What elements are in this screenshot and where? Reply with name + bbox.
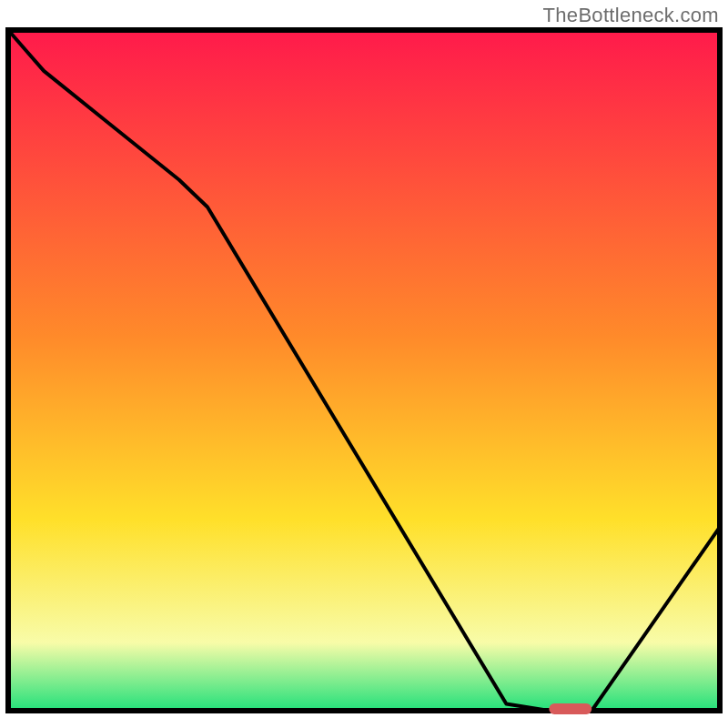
chart-svg: [0, 0, 728, 728]
plot-background: [8, 30, 720, 711]
optimal-marker: [549, 703, 592, 714]
bottleneck-chart: TheBottleneck.com: [0, 0, 728, 728]
